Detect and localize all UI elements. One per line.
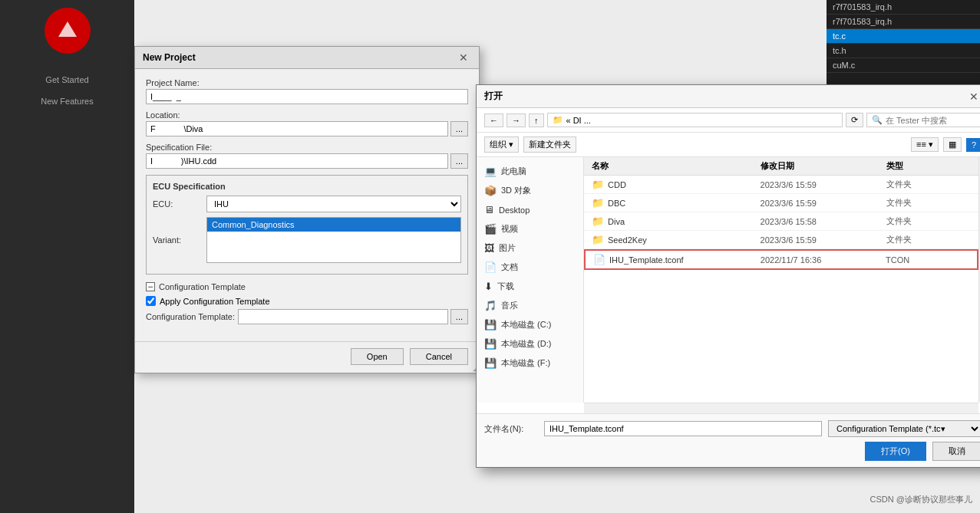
sidebar-drive-c[interactable]: 💾 本地磁盘 (C:) bbox=[477, 315, 583, 334]
ecu-select[interactable]: IHU bbox=[206, 196, 461, 212]
dbc-type: 文件夹 bbox=[886, 197, 971, 209]
location-row: Location: ... bbox=[146, 110, 468, 136]
sidebar-documents-label: 文档 bbox=[501, 261, 518, 273]
music-icon: 🎵 bbox=[484, 300, 497, 311]
sidebar-downloads[interactable]: ⬇ 下载 bbox=[477, 277, 583, 296]
refresh-button[interactable]: ⟳ bbox=[846, 113, 863, 127]
browse-config-button[interactable]: ... bbox=[450, 309, 468, 324]
ihu-template-type: TCON bbox=[886, 255, 969, 265]
open-file-close-button[interactable]: ✕ bbox=[966, 90, 980, 103]
search-icon: 🔍 bbox=[872, 115, 883, 125]
sidebar-music-label: 音乐 bbox=[501, 300, 518, 311]
new-project-titlebar: New Project ✕ bbox=[135, 47, 479, 69]
collapse-icon: − bbox=[146, 282, 155, 291]
spec-file-input[interactable] bbox=[146, 153, 448, 169]
spec-file-label: Specification File: bbox=[146, 143, 468, 152]
cancel-file-button[interactable]: 取消 bbox=[932, 442, 980, 461]
sidebar-drive-f-label: 本地磁盘 (F:) bbox=[501, 357, 550, 369]
search-bar[interactable]: 🔍 bbox=[866, 113, 980, 127]
sidebar-desktop[interactable]: 🖥 Desktop bbox=[477, 200, 583, 219]
folder-icon-bar: 📁 bbox=[553, 115, 563, 125]
3d-icon: 📦 bbox=[484, 185, 497, 196]
config-template-section: − Configuration Template Apply Configura… bbox=[146, 282, 468, 324]
address-bar[interactable]: 📁 « DI ... bbox=[547, 113, 843, 127]
diva-type: 文件夹 bbox=[886, 215, 971, 227]
diva-folder-icon: 📁 bbox=[592, 215, 604, 227]
horizontal-scrollbar[interactable] bbox=[584, 403, 978, 413]
sidebar-pictures[interactable]: 🖼 图片 bbox=[477, 238, 583, 258]
filename-input[interactable] bbox=[544, 421, 822, 436]
file-row-ihu-template[interactable]: 📄IHU_Template.tconf 2022/11/7 16:36 TCON bbox=[584, 249, 978, 270]
left-panel: Get Started New Features bbox=[0, 0, 134, 513]
new-project-close-button[interactable]: ✕ bbox=[456, 51, 471, 64]
forward-button[interactable]: → bbox=[506, 113, 526, 127]
file-sidebar: 💻 此电脑 📦 3D 对象 🖥 Desktop 🎬 视频 🖼 图片 📄 bbox=[477, 157, 584, 403]
open-project-button[interactable]: Open bbox=[351, 348, 404, 365]
ihu-template-name: IHU_Template.tconf bbox=[609, 255, 684, 265]
sidebar-music[interactable]: 🎵 音乐 bbox=[477, 296, 583, 315]
config-section-title: Configuration Template bbox=[159, 282, 246, 291]
variant-list[interactable]: Common_Diagnostics bbox=[206, 217, 461, 263]
apply-config-checkbox[interactable] bbox=[146, 296, 156, 306]
file-row-seed2key[interactable]: 📁Seed2Key 2023/3/6 15:59 文件夹 bbox=[584, 231, 978, 249]
file-item-2-active[interactable]: tc.c bbox=[827, 29, 980, 44]
open-file-footer: 文件名(N): Configuration Template (*.tc▾ 打开… bbox=[477, 413, 980, 467]
sidebar-video[interactable]: 🎬 视频 bbox=[477, 219, 583, 238]
right-file-list: r7f701583_irq.h r7f701583_irq.h tc.c tc.… bbox=[827, 0, 980, 84]
file-item-3[interactable]: tc.h bbox=[827, 44, 980, 58]
variant-item-0[interactable]: Common_Diagnostics bbox=[207, 218, 460, 232]
sidebar-drive-d[interactable]: 💾 本地磁盘 (D:) bbox=[477, 334, 583, 354]
file-row-diva[interactable]: 📁Diva 2023/3/6 15:58 文件夹 bbox=[584, 212, 978, 231]
organize-button[interactable]: 组织 ▾ bbox=[484, 136, 519, 153]
config-section-header[interactable]: − Configuration Template bbox=[146, 282, 468, 291]
cdd-name: CDD bbox=[608, 180, 626, 189]
location-input[interactable] bbox=[146, 121, 448, 136]
search-input[interactable] bbox=[886, 116, 970, 125]
col-date-header[interactable]: 修改日期 bbox=[761, 160, 887, 172]
config-template-input[interactable] bbox=[238, 309, 448, 324]
cancel-project-button[interactable]: Cancel bbox=[410, 348, 468, 365]
help-button[interactable]: ? bbox=[966, 138, 980, 152]
sidebar-pc-label: 此电脑 bbox=[501, 166, 526, 177]
sidebar-item-get-started[interactable]: Get Started bbox=[0, 69, 134, 90]
filetype-select[interactable]: Configuration Template (*.tc▾ bbox=[828, 420, 980, 437]
dbc-date: 2023/3/6 15:59 bbox=[761, 199, 887, 208]
sidebar-video-label: 视频 bbox=[501, 223, 518, 235]
col-name-header[interactable]: 名称 bbox=[592, 160, 761, 172]
view-button[interactable]: ≡≡ ▾ bbox=[911, 137, 939, 152]
file-row-cdd[interactable]: 📁CDD 2023/3/6 15:59 文件夹 bbox=[584, 176, 978, 194]
variant-row: Variant: Common_Diagnostics bbox=[153, 217, 461, 263]
new-project-title: New Project bbox=[143, 52, 196, 63]
file-list-header: 名称 修改日期 类型 bbox=[584, 157, 978, 176]
file-row-dbc[interactable]: 📁DBC 2023/3/6 15:59 文件夹 bbox=[584, 194, 978, 212]
sidebar-drive-d-label: 本地磁盘 (D:) bbox=[501, 338, 551, 350]
sidebar-3d[interactable]: 📦 3D 对象 bbox=[477, 181, 583, 200]
file-item-1[interactable]: r7f701583_irq.h bbox=[827, 15, 980, 29]
browse-location-button[interactable]: ... bbox=[450, 121, 468, 136]
sidebar-item-new-features[interactable]: New Features bbox=[0, 90, 134, 112]
variant-label: Variant: bbox=[153, 235, 206, 245]
ihu-template-date: 2022/11/7 16:36 bbox=[761, 255, 886, 265]
up-button[interactable]: ↑ bbox=[529, 113, 544, 127]
seed2key-date: 2023/3/6 15:59 bbox=[761, 235, 887, 245]
filename-label: 文件名(N): bbox=[484, 423, 538, 435]
open-file-button[interactable]: 打开(O) bbox=[865, 442, 926, 461]
project-name-input[interactable] bbox=[146, 89, 468, 104]
file-item-0[interactable]: r7f701583_irq.h bbox=[827, 0, 980, 15]
sidebar-drive-f[interactable]: 💾 本地磁盘 (F:) bbox=[477, 354, 583, 373]
new-project-dialog: New Project ✕ Project Name: Location: ..… bbox=[134, 46, 480, 373]
sidebar-documents[interactable]: 📄 文档 bbox=[477, 258, 583, 277]
location-label: Location: bbox=[146, 110, 468, 120]
col-type-header[interactable]: 类型 bbox=[886, 160, 971, 172]
details-button[interactable]: ▦ bbox=[943, 137, 962, 152]
apply-config-label: Apply Configuration Template bbox=[160, 297, 270, 306]
new-folder-button[interactable]: 新建文件夹 bbox=[523, 136, 576, 153]
address-text: « DI ... bbox=[566, 116, 591, 125]
back-button[interactable]: ← bbox=[484, 113, 503, 127]
drive-f-icon: 💾 bbox=[484, 357, 497, 369]
project-name-label: Project Name: bbox=[146, 78, 468, 87]
open-file-dialog: 打开 ✕ ← → ↑ 📁 « DI ... ⟳ 🔍 组织 ▾ 新建文件夹 ≡≡ … bbox=[476, 84, 980, 468]
file-item-4[interactable]: cuM.c bbox=[827, 58, 980, 73]
browse-spec-button[interactable]: ... bbox=[450, 153, 468, 169]
sidebar-pc[interactable]: 💻 此电脑 bbox=[477, 162, 583, 181]
